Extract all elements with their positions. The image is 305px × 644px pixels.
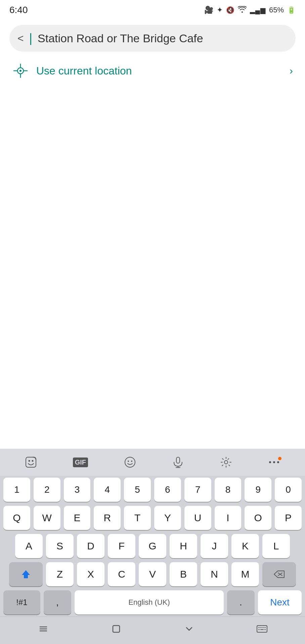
- key-r[interactable]: R: [94, 506, 121, 530]
- key-4[interactable]: 4: [94, 478, 121, 502]
- key-c[interactable]: C: [108, 562, 135, 586]
- shift-key[interactable]: [9, 562, 43, 586]
- key-y[interactable]: Y: [154, 506, 181, 530]
- status-icons: 🎥 ✦ 🔇 ▂▄▆ 65% 🔋: [204, 6, 296, 14]
- key-t[interactable]: T: [124, 506, 151, 530]
- key-2[interactable]: 2: [34, 478, 60, 502]
- key-3[interactable]: 3: [64, 478, 91, 502]
- battery-text: 65%: [269, 6, 284, 14]
- key-n[interactable]: N: [201, 562, 228, 586]
- key-j[interactable]: J: [201, 534, 228, 558]
- camera-icon: 🎥: [204, 6, 213, 14]
- key-9[interactable]: 9: [245, 478, 271, 502]
- asdf-row: A S D F G H J K L: [0, 532, 305, 560]
- svg-point-18: [277, 461, 279, 463]
- svg-point-17: [273, 461, 275, 463]
- mute-icon: 🔇: [226, 6, 234, 14]
- home-nav-button[interactable]: [103, 619, 130, 639]
- number-row: 1 2 3 4 5 6 7 8 9 0: [0, 476, 305, 504]
- symbols-key[interactable]: !#1: [3, 590, 40, 614]
- key-1[interactable]: 1: [3, 478, 30, 502]
- svg-point-5: [19, 70, 21, 72]
- next-key[interactable]: Next: [258, 590, 302, 614]
- svg-rect-6: [26, 457, 36, 467]
- search-bar-container: < | Station Road or The Bridge Cafe: [0, 19, 305, 55]
- search-input-text[interactable]: Station Road or The Bridge Cafe: [38, 32, 288, 45]
- mic-button[interactable]: [172, 456, 184, 468]
- svg-rect-24: [113, 626, 120, 632]
- svg-point-7: [28, 460, 30, 462]
- key-g[interactable]: G: [139, 534, 166, 558]
- keyboard-nav-button[interactable]: [249, 619, 275, 639]
- keyboard: GIF: [0, 449, 305, 644]
- key-x[interactable]: X: [77, 562, 104, 586]
- location-label: Use current location: [36, 65, 132, 77]
- key-s[interactable]: S: [46, 534, 74, 558]
- svg-point-8: [32, 460, 33, 462]
- signal-icon: ▂▄▆: [250, 6, 266, 14]
- key-z[interactable]: Z: [46, 562, 74, 586]
- key-a[interactable]: A: [15, 534, 43, 558]
- key-6[interactable]: 6: [154, 478, 181, 502]
- gif-label: GIF: [73, 458, 88, 467]
- back-nav-button[interactable]: [30, 619, 57, 639]
- emoji-button[interactable]: [124, 456, 136, 468]
- use-current-location-row[interactable]: Use current location ›: [0, 55, 305, 87]
- key-k[interactable]: K: [231, 534, 259, 558]
- wifi-icon: [238, 6, 247, 14]
- key-0[interactable]: 0: [275, 478, 302, 502]
- bottom-row: !#1 , English (UK) . Next: [0, 588, 305, 616]
- key-b[interactable]: B: [170, 562, 197, 586]
- more-button[interactable]: [268, 458, 280, 467]
- key-w[interactable]: W: [34, 506, 60, 530]
- zxcv-row: Z X C V B N M: [0, 560, 305, 588]
- location-left: Use current location: [12, 62, 132, 79]
- notification-dot: [278, 457, 281, 460]
- key-e[interactable]: E: [64, 506, 91, 530]
- svg-point-15: [224, 461, 228, 464]
- key-l[interactable]: L: [262, 534, 290, 558]
- sticker-button[interactable]: [25, 456, 37, 468]
- key-h[interactable]: H: [170, 534, 197, 558]
- key-m[interactable]: M: [231, 562, 259, 586]
- svg-rect-12: [176, 457, 180, 463]
- key-v[interactable]: V: [139, 562, 166, 586]
- svg-point-9: [125, 457, 135, 467]
- settings-button[interactable]: [220, 456, 232, 468]
- search-cursor: |: [29, 32, 32, 44]
- status-bar: 6:40 🎥 ✦ 🔇 ▂▄▆ 65% 🔋: [0, 0, 305, 19]
- key-f[interactable]: F: [108, 534, 135, 558]
- period-key[interactable]: .: [227, 590, 255, 614]
- svg-point-11: [131, 461, 132, 462]
- bluetooth-icon: ✦: [217, 6, 223, 14]
- search-bar[interactable]: < | Station Road or The Bridge Cafe: [9, 25, 296, 52]
- keyboard-toolbar: GIF: [0, 449, 305, 476]
- location-chevron-right-icon: ›: [290, 65, 293, 76]
- comma-key[interactable]: ,: [44, 590, 71, 614]
- battery-icon: 🔋: [287, 6, 296, 14]
- key-8[interactable]: 8: [215, 478, 242, 502]
- key-i[interactable]: I: [215, 506, 242, 530]
- key-u[interactable]: U: [184, 506, 211, 530]
- svg-point-10: [128, 461, 129, 462]
- bottom-nav: [0, 616, 305, 641]
- key-q[interactable]: Q: [3, 506, 30, 530]
- content-area: [0, 87, 305, 288]
- key-5[interactable]: 5: [124, 478, 151, 502]
- space-key[interactable]: English (UK): [75, 590, 224, 614]
- svg-rect-25: [257, 626, 267, 632]
- key-p[interactable]: P: [275, 506, 302, 530]
- key-7[interactable]: 7: [184, 478, 211, 502]
- location-crosshair-icon: [12, 62, 29, 79]
- back-button[interactable]: <: [17, 33, 24, 44]
- recents-nav-button[interactable]: [176, 619, 203, 639]
- key-o[interactable]: O: [245, 506, 271, 530]
- key-d[interactable]: D: [77, 534, 104, 558]
- gif-button[interactable]: GIF: [73, 458, 88, 467]
- svg-point-16: [269, 461, 271, 463]
- status-time: 6:40: [9, 5, 28, 15]
- backspace-key[interactable]: [262, 562, 296, 586]
- qwerty-row: Q W E R T Y U I O P: [0, 504, 305, 532]
